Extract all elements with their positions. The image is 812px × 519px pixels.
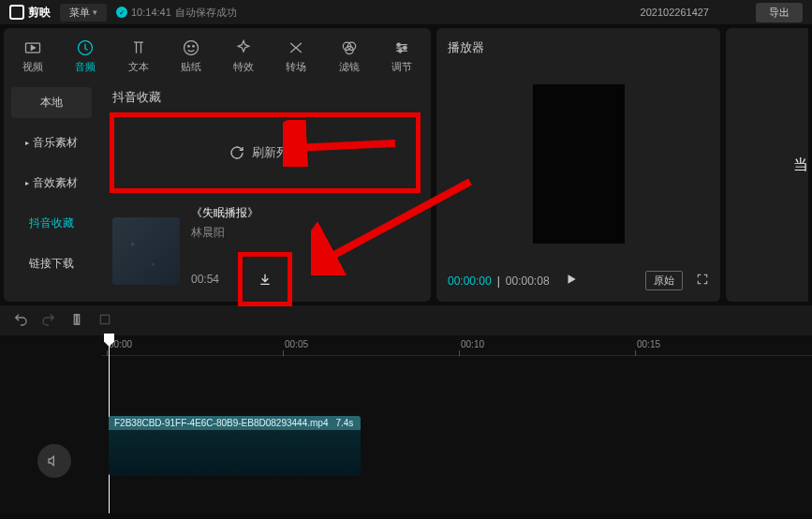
top-bar: 剪映 菜单 ▾ ✓ 10:14:41 自动保存成功 202102261427 导… [0, 0, 812, 24]
tab-label: 视频 [22, 60, 43, 74]
timeline[interactable]: 00:00 00:05 00:10 00:15 F2B38CBD-91FF-4E… [0, 335, 812, 513]
tab-sticker[interactable]: 贴纸 [166, 34, 216, 78]
clip-duration: 7.4s [335, 418, 353, 428]
player-panel: 播放器 00:00:00 | 00:00:08 原始 [436, 28, 720, 302]
chevron-down-icon: ▾ [93, 7, 97, 17]
sidebar-item-local[interactable]: 本地 [11, 87, 92, 118]
music-item[interactable]: 《失眠播报》 林晨阳 00:54 [112, 205, 418, 297]
sidebar-item-douyin[interactable]: 抖音收藏 [11, 208, 92, 239]
svg-rect-14 [78, 314, 80, 324]
media-panel: 视频 音频 文本 贴纸 特效 转场 [4, 28, 431, 302]
undo-button[interactable] [13, 312, 28, 330]
tab-label: 音频 [75, 60, 96, 74]
tab-adjust[interactable]: 调节 [376, 34, 427, 78]
effect-icon [233, 37, 254, 58]
audio-icon [75, 37, 96, 58]
svg-point-11 [399, 50, 402, 52]
document-id: 202102261427 [641, 7, 709, 18]
refresh-icon [229, 145, 244, 160]
music-info: 《失眠播报》 林晨阳 00:54 [191, 205, 418, 297]
player-title: 播放器 [448, 39, 709, 56]
sidebar-item-music[interactable]: ▸音乐素材 [11, 127, 92, 158]
clip-label: F2B38CBD-91FF-4E6C-80B9-EB8D08293444.mp4… [109, 416, 361, 430]
app-name: 剪映 [28, 5, 51, 21]
fullscreen-button[interactable] [696, 273, 709, 289]
clip-filename: F2B38CBD-91FF-4E6C-80B9-EB8D08293444.mp4 [114, 418, 328, 428]
track-area: F2B38CBD-91FF-4E6C-80B9-EB8D08293444.mp4… [101, 356, 812, 412]
export-button[interactable]: 导出 [756, 3, 803, 22]
check-icon: ✓ [116, 7, 127, 18]
ruler-mark: 00:05 [285, 339, 308, 349]
sidebar-item-label: 音乐素材 [33, 135, 78, 151]
sidebar-item-link[interactable]: 链接下载 [11, 248, 92, 279]
content-title: 抖音收藏 [112, 89, 418, 106]
svg-point-10 [404, 46, 406, 49]
video-icon [22, 37, 43, 58]
tab-label: 转场 [286, 60, 306, 74]
play-button[interactable] [565, 273, 578, 289]
tab-text[interactable]: 文本 [113, 34, 164, 78]
music-title: 《失眠播报》 [191, 205, 418, 221]
music-artist: 林晨阳 [191, 225, 418, 241]
player-controls: 00:00:00 | 00:00:08 原始 [448, 271, 709, 290]
sidebar-item-label: 音效素材 [33, 175, 78, 191]
preview-video[interactable] [533, 84, 625, 244]
tab-transition[interactable]: 转场 [271, 34, 321, 78]
tab-label: 调节 [391, 60, 412, 74]
video-clip[interactable]: F2B38CBD-91FF-4E6C-80B9-EB8D08293444.mp4… [109, 416, 361, 476]
save-time: 10:14:41 [131, 7, 171, 18]
current-time: 00:00:00 [448, 274, 492, 288]
right-panel-text: 当 [793, 156, 808, 175]
adjust-icon [391, 37, 412, 58]
total-time: 00:00:08 [506, 274, 550, 288]
right-panel: 当 [726, 28, 808, 302]
music-duration: 00:54 [191, 273, 219, 286]
panel-body: 本地 ▸音乐素材 ▸音效素材 抖音收藏 链接下载 抖音收藏 刷新列表 《失眠播报… [4, 78, 431, 308]
ruler-mark: 00:15 [637, 339, 660, 349]
timeline-toolbar [0, 305, 812, 335]
tab-filter[interactable]: 滤镜 [324, 34, 375, 78]
tab-label: 贴纸 [181, 60, 201, 74]
sidebar-item-label: 本地 [40, 95, 63, 111]
tab-video[interactable]: 视频 [7, 34, 58, 78]
svg-point-5 [193, 46, 195, 48]
tab-label: 文本 [128, 60, 149, 74]
svg-point-4 [188, 46, 190, 48]
refresh-label: 刷新列表 [252, 144, 301, 161]
sticker-icon [181, 37, 201, 58]
sidebar-item-label: 链接下载 [29, 256, 74, 272]
music-thumbnail [112, 217, 180, 285]
svg-marker-12 [568, 274, 575, 283]
text-icon [128, 37, 149, 58]
svg-rect-15 [100, 315, 109, 323]
sidebar: 本地 ▸音乐素材 ▸音效素材 抖音收藏 链接下载 [4, 78, 99, 308]
split-button[interactable] [69, 312, 84, 330]
crop-button[interactable] [97, 312, 112, 330]
tab-effect[interactable]: 特效 [218, 34, 269, 78]
sidebar-item-sfx[interactable]: ▸音效素材 [11, 168, 92, 199]
redo-button[interactable] [41, 312, 56, 330]
download-icon [258, 272, 273, 287]
track-mute-button[interactable] [37, 444, 71, 478]
svg-point-9 [397, 43, 400, 46]
tab-audio[interactable]: 音频 [60, 34, 111, 78]
tab-label: 特效 [233, 60, 254, 74]
svg-marker-1 [31, 46, 35, 51]
ruler[interactable]: 00:00 00:05 00:10 00:15 [101, 335, 812, 356]
svg-rect-13 [74, 314, 76, 324]
content-area: 抖音收藏 刷新列表 《失眠播报》 林晨阳 00:54 [99, 78, 431, 308]
main-row: 视频 音频 文本 贴纸 特效 转场 [0, 24, 812, 305]
menu-button[interactable]: 菜单 ▾ [60, 4, 107, 22]
filter-icon [339, 37, 360, 58]
save-status: ✓ 10:14:41 自动保存成功 [116, 6, 237, 20]
music-meta: 00:54 [191, 261, 418, 297]
refresh-list-button[interactable]: 刷新列表 [112, 115, 418, 190]
save-text: 自动保存成功 [175, 6, 237, 20]
triangle-icon: ▸ [25, 139, 29, 147]
time-separator: | [497, 274, 500, 288]
menu-label: 菜单 [69, 6, 90, 20]
download-button[interactable] [247, 261, 283, 297]
aspect-button[interactable]: 原始 [645, 271, 683, 290]
tab-label: 滤镜 [339, 60, 360, 74]
preview-area [448, 64, 709, 263]
